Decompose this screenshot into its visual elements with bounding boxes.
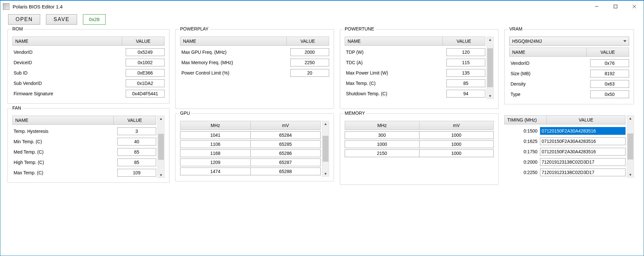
close-button[interactable]: [625, 1, 644, 12]
vram-row: Density: [509, 79, 629, 89]
powertune-value-input[interactable]: [446, 79, 485, 87]
powerplay-value-input[interactable]: [290, 59, 329, 66]
rom-value-input[interactable]: [126, 69, 165, 77]
fan-value-input[interactable]: [117, 138, 156, 145]
powerplay-header: NAME VALUE: [180, 37, 329, 46]
maximize-button[interactable]: [606, 1, 625, 12]
timing-value-input[interactable]: [540, 158, 626, 166]
save-button[interactable]: SAVE: [46, 14, 77, 25]
memory-legend: MEMORY: [343, 111, 366, 116]
scroll-up-icon[interactable]: ▲: [159, 116, 163, 121]
fan-row: Min Temp. (C): [12, 136, 156, 147]
gpu-mhz-input[interactable]: [180, 168, 250, 175]
svg-rect-1: [614, 5, 617, 8]
timing-row[interactable]: 0:1500: [504, 126, 626, 136]
powertune-group: POWERTUNE NAME VALUE TDP (W)TDC (A)Max P…: [340, 29, 499, 109]
scroll-thumb[interactable]: [487, 48, 493, 87]
timing-row[interactable]: 0:1750: [504, 146, 626, 157]
gpu-group: GPU MHz mV ▲ ▼: [175, 113, 334, 181]
app-icon: [3, 3, 9, 10]
scroll-up-icon[interactable]: ▲: [629, 116, 632, 121]
gpu-mhz-input[interactable]: [180, 131, 250, 139]
vram-value-input[interactable]: [590, 70, 629, 77]
scroll-up-icon[interactable]: ▲: [489, 37, 492, 42]
vram-value-input[interactable]: [590, 90, 629, 98]
scroll-down-icon[interactable]: ▼: [324, 171, 328, 176]
powertune-row: Shutdown Temp. (C): [345, 88, 485, 99]
powerplay-value-input[interactable]: [290, 69, 329, 77]
powertune-value-input[interactable]: [446, 69, 485, 77]
timing-value-input[interactable]: [540, 127, 626, 135]
powerplay-value-input[interactable]: [290, 48, 329, 56]
powerplay-row: Max GPU Freq. (MHz): [180, 47, 329, 57]
powertune-scrollbar[interactable]: ▲ ▼: [487, 37, 494, 99]
memory-mv-input[interactable]: [419, 131, 494, 139]
rom-value-input[interactable]: [126, 48, 165, 56]
scroll-thumb[interactable]: [323, 136, 328, 162]
gpu-mv-input[interactable]: [250, 158, 321, 166]
timing-strap: 0:2250: [504, 170, 540, 175]
gpu-mv-input[interactable]: [250, 168, 321, 175]
memory-mhz-input[interactable]: [345, 131, 419, 139]
checksum-display: 0x28: [83, 14, 106, 25]
fan-name: Min Temp. (C): [12, 139, 117, 144]
vram-value-input[interactable]: [590, 59, 629, 67]
fan-name: High Temp. (C): [12, 160, 117, 165]
timing-value-input[interactable]: [540, 169, 626, 176]
powerplay-name: Max GPU Freq. (MHz): [180, 50, 290, 55]
gpu-row: [180, 131, 321, 139]
fan-value-input[interactable]: [117, 127, 156, 135]
scroll-down-icon[interactable]: ▼: [489, 93, 492, 99]
gpu-mhz-input[interactable]: [180, 140, 250, 148]
scroll-down-icon[interactable]: ▼: [629, 172, 632, 177]
scroll-thumb[interactable]: [627, 134, 633, 159]
vram-value-input[interactable]: [590, 80, 629, 88]
memory-mhz-input[interactable]: [345, 140, 419, 148]
scroll-up-icon[interactable]: ▲: [324, 121, 328, 126]
fan-value-input[interactable]: [117, 169, 156, 177]
scroll-down-icon[interactable]: ▼: [159, 172, 163, 178]
fan-group: FAN NAME VALUE Temp. HysteresisMin Temp.…: [7, 108, 169, 183]
memory-mv-input[interactable]: [419, 149, 494, 157]
open-button[interactable]: OPEN: [8, 14, 40, 25]
gpu-mhz-input[interactable]: [180, 158, 250, 166]
minimize-button[interactable]: [587, 1, 606, 12]
scroll-thumb[interactable]: [158, 134, 164, 160]
gpu-mhz-input[interactable]: [180, 149, 250, 157]
powerplay-name: Max Memory Freq. (MHz): [180, 60, 290, 65]
rom-row: VendorID: [12, 47, 165, 57]
powerplay-name: Power Control Limit (%): [180, 70, 290, 76]
vram-name: Type: [509, 92, 590, 97]
gpu-mv-input[interactable]: [250, 131, 321, 139]
gpu-mv-input[interactable]: [250, 149, 321, 157]
timing-value-input[interactable]: [540, 137, 626, 145]
fan-value-input[interactable]: [117, 148, 156, 156]
timing-strap: 0:2000: [504, 159, 540, 165]
timing-scrollbar[interactable]: ▲ ▼: [627, 115, 634, 178]
rom-value-input[interactable]: [126, 79, 165, 87]
titlebar: Polaris BIOS Editor 1.4: [0, 1, 644, 12]
vram-select[interactable]: H5GQ8H24MJ: [509, 37, 629, 46]
powertune-value-input[interactable]: [446, 59, 485, 66]
fan-row: Max Temp. (C): [12, 168, 156, 178]
powertune-value-input[interactable]: [446, 90, 485, 98]
timing-value-input[interactable]: [540, 148, 626, 156]
powerplay-row: Max Memory Freq. (MHz): [180, 57, 329, 68]
memory-mv-input[interactable]: [419, 140, 494, 148]
fan-scrollbar[interactable]: ▲ ▼: [157, 116, 165, 178]
gpu-row: [180, 168, 321, 175]
rom-name: Sub VendorID: [12, 81, 126, 86]
rom-value-input[interactable]: [126, 59, 165, 66]
rom-value-input[interactable]: [126, 90, 165, 98]
fan-value-input[interactable]: [117, 158, 156, 166]
memory-mhz-input[interactable]: [345, 149, 419, 157]
timing-row[interactable]: 0:1625: [504, 136, 626, 146]
gpu-scrollbar[interactable]: ▲ ▼: [322, 121, 329, 177]
powertune-name: TDP (W): [345, 50, 446, 55]
gpu-mv-input[interactable]: [250, 140, 321, 148]
timing-row[interactable]: 0:2250: [504, 167, 626, 178]
powertune-row: Max Temp. (C): [345, 78, 485, 88]
memory-row: [345, 131, 494, 139]
powertune-value-input[interactable]: [446, 48, 485, 56]
timing-row[interactable]: 0:2000: [504, 157, 626, 167]
